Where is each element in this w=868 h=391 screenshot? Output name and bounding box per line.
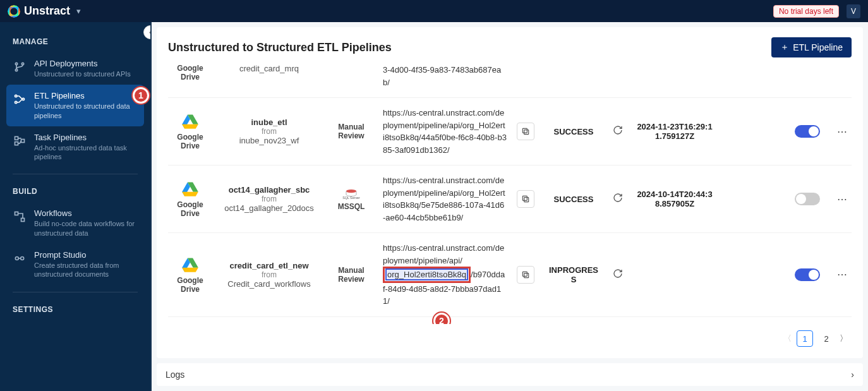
svg-rect-17 bbox=[524, 198, 529, 202]
svg-point-1 bbox=[15, 69, 17, 71]
sidebar-item-etl-pipelines[interactable]: ETL Pipelines Unstructured to structured… bbox=[6, 85, 144, 126]
svg-rect-18 bbox=[522, 196, 527, 200]
from-label: from bbox=[219, 270, 320, 279]
google-drive-icon bbox=[181, 256, 199, 274]
chevron-right-icon: › bbox=[851, 370, 854, 380]
name-cell: inube_etl from inube_nov23_wf bbox=[219, 117, 320, 145]
logs-panel-toggle[interactable]: Logs › bbox=[157, 363, 863, 386]
sidebar-item-task-pipelines[interactable]: Task Pipelines Ad-hoc unstructured data … bbox=[6, 126, 144, 168]
refresh-icon bbox=[613, 125, 623, 135]
add-btn-label: ETL Pipeline bbox=[793, 42, 843, 52]
pipeline-table[interactable]: Google Drive credit_card_mrq 3-4d00-4f35… bbox=[168, 64, 852, 324]
svg-rect-14 bbox=[522, 128, 527, 133]
table-row: Google Drive credit_card_mrq 3-4d00-4f35… bbox=[168, 64, 852, 98]
copy-button[interactable] bbox=[517, 266, 534, 284]
row-actions-button[interactable]: ⋯ bbox=[833, 126, 852, 138]
nav-label: Workflows bbox=[34, 208, 138, 218]
prompt-icon bbox=[13, 251, 27, 265]
timestamp-cell: 2024-11-23T16:29:11.759127Z bbox=[637, 122, 713, 141]
svg-point-12 bbox=[21, 257, 24, 260]
svg-rect-9 bbox=[15, 212, 18, 215]
source-label: Google Drive bbox=[168, 64, 212, 81]
brand-name: Unstract bbox=[24, 4, 70, 18]
copy-icon bbox=[521, 270, 530, 279]
nav-label: API Deployments bbox=[34, 59, 131, 68]
table-row: Google Drive credit_card_etl_new from Cr… bbox=[168, 233, 852, 317]
section-build: BUILD bbox=[6, 181, 144, 202]
logo-icon bbox=[8, 5, 20, 18]
row-actions-button[interactable]: ⋯ bbox=[833, 268, 852, 280]
plus-icon: ＋ bbox=[780, 42, 789, 53]
topbar-right: No trial days left V bbox=[773, 4, 860, 18]
enable-toggle[interactable] bbox=[795, 268, 820, 281]
page-prev[interactable]: 〈 bbox=[783, 333, 792, 344]
refresh-button[interactable] bbox=[605, 193, 630, 205]
selected-org-text: org_Hol2erti8tsoBk8q bbox=[385, 268, 468, 280]
nav-desc: Ad-hoc unstructured data task pipelines bbox=[34, 143, 138, 162]
content-area: Unstructured to Structured ETL Pipelines… bbox=[152, 22, 868, 391]
table-row: Google Drive oct14_gallagher_sbc from oc… bbox=[168, 165, 852, 233]
svg-point-11 bbox=[15, 257, 18, 260]
copy-button[interactable] bbox=[517, 123, 534, 140]
avatar[interactable]: V bbox=[847, 4, 860, 18]
pipeline-name: oct14_gallagher_sbc bbox=[219, 185, 320, 195]
page-next[interactable]: 〉 bbox=[840, 333, 848, 344]
source-label: Google Drive bbox=[168, 133, 212, 150]
git-branch-icon bbox=[13, 60, 27, 74]
sidebar: ‹ MANAGE API Deployments Unstructured to… bbox=[0, 22, 152, 391]
divider bbox=[13, 292, 138, 292]
nav-label: Task Pipelines bbox=[34, 133, 138, 142]
nav-label: ETL Pipelines bbox=[34, 91, 138, 100]
svg-point-15 bbox=[346, 189, 356, 193]
enable-toggle[interactable] bbox=[795, 193, 820, 205]
table-row: Google Drive inube_etl from inube_nov23_… bbox=[168, 98, 852, 165]
workflow-icon bbox=[13, 210, 27, 224]
page-2[interactable]: 2 bbox=[818, 330, 835, 347]
workflow-name: oct14_gallagher_20docs bbox=[219, 203, 320, 213]
status-cell: SUCCESS bbox=[548, 127, 599, 136]
pagination: 〈 1 2 〉 bbox=[168, 324, 852, 348]
enable-toggle[interactable] bbox=[795, 125, 820, 138]
svg-point-3 bbox=[15, 95, 17, 97]
row-actions-button[interactable]: ⋯ bbox=[833, 193, 852, 205]
name-cell: credit_card_etl_new from Credit_card_wor… bbox=[219, 261, 320, 289]
dest-label: MSSQL bbox=[338, 202, 365, 211]
section-manage: MANAGE bbox=[6, 31, 144, 52]
refresh-button[interactable] bbox=[605, 125, 630, 138]
svg-rect-8 bbox=[21, 139, 25, 142]
section-settings: SETTINGS bbox=[6, 299, 144, 320]
sidebar-item-workflows[interactable]: Workflows Build no-code data workflows f… bbox=[6, 202, 144, 244]
dest-label: Manual Review bbox=[326, 266, 377, 284]
sidebar-item-api-deployments[interactable]: API Deployments Unstructured to structur… bbox=[6, 52, 144, 85]
endpoint-url: https://us-central.unstract.com/deployme… bbox=[383, 174, 510, 224]
svg-rect-7 bbox=[15, 142, 18, 145]
divider bbox=[13, 174, 138, 174]
refresh-icon bbox=[613, 268, 623, 279]
pipelines-panel: Unstructured to Structured ETL Pipelines… bbox=[157, 27, 863, 358]
from-label: from bbox=[219, 195, 320, 203]
copy-icon bbox=[521, 195, 530, 203]
svg-text:SQL Server: SQL Server bbox=[342, 196, 360, 200]
page-1[interactable]: 1 bbox=[797, 330, 813, 347]
status-cell: INPROGRESS bbox=[548, 265, 599, 284]
panel-header: Unstructured to Structured ETL Pipelines… bbox=[168, 37, 852, 57]
svg-rect-13 bbox=[524, 130, 529, 135]
refresh-button[interactable] bbox=[605, 268, 630, 281]
task-icon bbox=[13, 134, 27, 148]
source-cell: Google Drive bbox=[168, 256, 212, 294]
dest-cell: SQL Server MSSQL bbox=[326, 187, 377, 211]
sidebar-item-prompt-studio[interactable]: Prompt Studio Create structured data fro… bbox=[6, 244, 144, 286]
chevron-down-icon[interactable]: ▾ bbox=[76, 6, 81, 16]
dest-cell: Manual Review bbox=[326, 123, 377, 140]
nav-desc: Create structured data from unstructured… bbox=[34, 261, 138, 279]
nav-label: Prompt Studio bbox=[34, 250, 138, 260]
copy-button[interactable] bbox=[517, 190, 534, 208]
brand-logo[interactable]: Unstract bbox=[8, 4, 70, 18]
chevron-left-icon: ‹ bbox=[149, 28, 152, 37]
logs-label: Logs bbox=[166, 370, 184, 380]
google-drive-icon bbox=[181, 112, 199, 130]
endpoint-url: https://us-central.unstract.com/deployme… bbox=[383, 242, 510, 308]
pipeline-name: inube_etl bbox=[219, 117, 320, 127]
google-drive-icon bbox=[181, 180, 199, 198]
add-pipeline-button[interactable]: ＋ ETL Pipeline bbox=[771, 37, 852, 57]
